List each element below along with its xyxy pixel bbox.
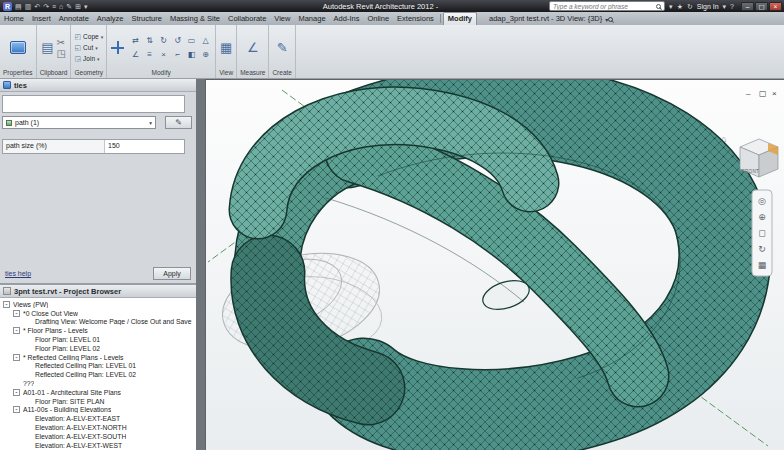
combo-arrow-icon[interactable]: ▾ bbox=[149, 120, 152, 126]
tab-extensions[interactable]: Extensions bbox=[393, 13, 438, 25]
tab-insert[interactable]: Insert bbox=[28, 13, 55, 25]
search-input[interactable] bbox=[553, 3, 654, 10]
move-icon[interactable] bbox=[110, 40, 125, 55]
rotate-icon[interactable]: ↻ bbox=[157, 34, 170, 47]
view-restore-icon[interactable]: ▢ bbox=[759, 89, 767, 98]
tree-item[interactable]: -* Floor Plans - Levels bbox=[0, 326, 196, 335]
cut-to-clipboard-icon[interactable]: ✂ bbox=[56, 37, 65, 48]
join-button[interactable]: ◲ Join ▾ bbox=[74, 53, 103, 64]
tree-item[interactable]: Elevation: A-ELV-EXT-SOUTH bbox=[0, 432, 196, 441]
search-options-arrow-icon[interactable]: ▾ bbox=[669, 3, 673, 10]
edit-type-button[interactable]: ✎ bbox=[165, 116, 192, 129]
tab-annotate[interactable]: Annotate bbox=[55, 13, 93, 25]
search-icon[interactable] bbox=[656, 4, 661, 9]
sign-in-button[interactable]: Sign In bbox=[697, 3, 719, 10]
qat-home-icon[interactable]: ⌂ bbox=[59, 3, 63, 10]
tree-expander-icon[interactable] bbox=[25, 371, 32, 378]
tab-online[interactable]: Online bbox=[363, 13, 393, 25]
unpin-icon[interactable]: ◧ bbox=[185, 48, 198, 61]
tree-item-views[interactable]: -Views (PW) bbox=[0, 300, 196, 309]
qat-save-icon[interactable]: ▤ bbox=[15, 3, 22, 10]
viewcube-home-icon[interactable]: ⌂ bbox=[721, 134, 726, 144]
tree-expander-icon[interactable]: - bbox=[13, 327, 20, 334]
view-options-icon[interactable]: ▦ bbox=[758, 260, 767, 270]
tree-expander-icon[interactable] bbox=[25, 424, 32, 431]
copy-icon[interactable]: ◳ bbox=[56, 48, 65, 59]
favorites-star-icon[interactable]: ★ bbox=[677, 3, 683, 10]
tab-massing-site[interactable]: Massing & Site bbox=[166, 13, 224, 25]
tree-expander-icon[interactable] bbox=[25, 336, 32, 343]
maximize-button[interactable]: ▢ bbox=[755, 2, 768, 11]
scale-icon[interactable]: ≡ bbox=[143, 48, 156, 61]
tab-modify[interactable]: Modify bbox=[443, 12, 477, 25]
properties-palette-header[interactable]: ties bbox=[0, 79, 196, 92]
tree-expander-icon[interactable] bbox=[25, 318, 32, 325]
apply-button[interactable]: Apply bbox=[153, 267, 191, 280]
tree-expander-icon[interactable] bbox=[25, 362, 32, 369]
communication-center-icon[interactable]: ↻ bbox=[687, 3, 693, 10]
measure-button[interactable]: ∠ bbox=[247, 41, 259, 55]
tab-collaborate[interactable]: Collaborate bbox=[224, 13, 270, 25]
minimize-button[interactable]: – bbox=[741, 2, 754, 11]
view-button[interactable]: ▦ bbox=[220, 41, 232, 55]
mirror-icon[interactable]: ↺ bbox=[171, 34, 184, 47]
tab-analyze[interactable]: Analyze bbox=[93, 13, 128, 25]
viewcube-front-label[interactable]: FRONT bbox=[742, 169, 759, 174]
sign-in-arrow-icon[interactable]: ▾ bbox=[723, 3, 727, 10]
pin-icon[interactable]: ⌐ bbox=[171, 48, 184, 61]
tree-expander-icon[interactable] bbox=[25, 433, 32, 440]
tree-expander-icon[interactable] bbox=[25, 415, 32, 422]
tree-item[interactable]: Elevation: A-ELV-EXT-EAST bbox=[0, 414, 196, 423]
cope-button[interactable]: ◰ Cope ▾ bbox=[74, 31, 103, 42]
tree-expander-icon[interactable] bbox=[25, 398, 32, 405]
cut-button[interactable]: ◱ Cut ▾ bbox=[74, 42, 103, 53]
3d-viewport-canvas[interactable]: – ▢ × ⌂ FRONT ◎ ⊕ ◻ ↻ ▦ bbox=[206, 80, 784, 450]
tab-add-ins[interactable]: Add-Ins bbox=[330, 13, 364, 25]
tree-item[interactable]: Elevation: A-ELV-EXT-WEST bbox=[0, 441, 196, 450]
tree-item[interactable]: -A01-01 - Architectural Site Plans bbox=[0, 388, 196, 397]
tree-item[interactable]: ??? bbox=[0, 379, 196, 388]
paste-icon[interactable]: ▤ bbox=[41, 41, 53, 55]
tree-item[interactable]: Drafting View: Welcome Page / Close Out … bbox=[0, 318, 196, 327]
tab-view[interactable]: View bbox=[270, 13, 294, 25]
delete-icon[interactable]: × bbox=[157, 48, 170, 61]
offset-icon[interactable]: ⇅ bbox=[143, 34, 156, 47]
tree-expander-icon[interactable] bbox=[13, 380, 20, 387]
tree-item[interactable]: -*0 Close Out View bbox=[0, 309, 196, 318]
tab-home[interactable]: Home bbox=[0, 13, 28, 25]
view-minimize-icon[interactable]: – bbox=[746, 89, 751, 98]
type-selector-preview[interactable] bbox=[2, 95, 185, 113]
steering-wheel-icon[interactable]: ◎ bbox=[758, 196, 766, 206]
trim-icon[interactable]: ▭ bbox=[185, 34, 198, 47]
array-icon[interactable]: ∠ bbox=[129, 48, 142, 61]
qat-print-icon[interactable]: ≡ bbox=[52, 3, 56, 10]
qat-window-icon[interactable]: ⊞ bbox=[75, 3, 81, 10]
tree-expander-icon[interactable]: - bbox=[3, 301, 10, 308]
tree-item[interactable]: Floor Plan: LEVEL 01 bbox=[0, 335, 196, 344]
parameter-value-field[interactable]: 150 bbox=[105, 140, 184, 153]
tree-item[interactable]: -* Reflected Ceiling Plans - Levels bbox=[0, 353, 196, 362]
view-close-icon[interactable]: × bbox=[772, 89, 777, 98]
close-button[interactable]: × bbox=[769, 2, 782, 11]
tree-expander-icon[interactable]: - bbox=[13, 310, 20, 317]
tree-expander-icon[interactable] bbox=[25, 442, 32, 449]
tree-item[interactable]: Reflected Ceiling Plan: LEVEL 01 bbox=[0, 362, 196, 371]
tree-expander-icon[interactable]: - bbox=[13, 354, 20, 361]
tree-expander-icon[interactable]: - bbox=[13, 389, 20, 396]
tab-manage[interactable]: Manage bbox=[294, 13, 329, 25]
qat-edit-icon[interactable]: ✎ bbox=[66, 3, 72, 10]
tree-item[interactable]: Elevation: A-ELV-EXT-NORTH bbox=[0, 423, 196, 432]
pan-icon[interactable]: ◻ bbox=[758, 228, 765, 238]
zoom-icon[interactable]: ⊕ bbox=[758, 212, 766, 222]
join-geometry-icon[interactable]: ⊕ bbox=[199, 48, 212, 61]
align-icon[interactable]: ⇄ bbox=[129, 34, 142, 47]
orbit-icon[interactable]: ↻ bbox=[758, 244, 766, 254]
3d-view-window[interactable]: – ▢ × ⌂ FRONT ◎ ⊕ ◻ ↻ ▦ bbox=[205, 79, 784, 450]
qat-customize-arrow-icon[interactable]: ▾ bbox=[84, 3, 88, 10]
create-button[interactable]: ✎ bbox=[277, 41, 288, 55]
tree-expander-icon[interactable] bbox=[25, 345, 32, 352]
split-icon[interactable]: △ bbox=[199, 34, 212, 47]
qat-redo-icon[interactable]: ↷ bbox=[43, 3, 49, 10]
tree-item[interactable]: -A11-00s - Building Elevations bbox=[0, 406, 196, 415]
revit-logo-icon[interactable]: R bbox=[3, 2, 12, 11]
